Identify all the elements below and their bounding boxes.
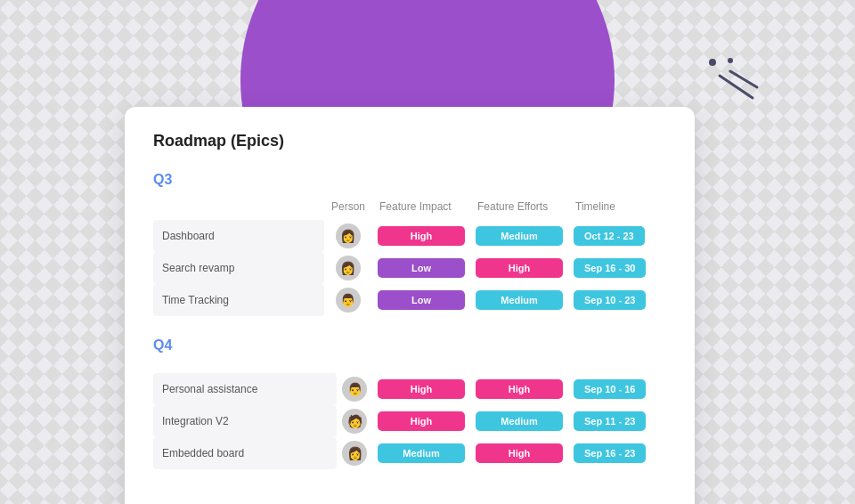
svg-point-0: [709, 59, 716, 66]
q3-table: Person Feature Impact Feature Efforts Ti…: [153, 197, 666, 316]
impact-badge: High: [378, 411, 465, 431]
timeline-badge: Sep 16 - 30: [574, 258, 646, 278]
efforts-cell: Medium: [470, 284, 568, 316]
efforts-cell: Medium: [470, 405, 568, 437]
timeline-badge: Sep 16 - 23: [574, 443, 646, 463]
avatar: 👨: [336, 288, 361, 313]
timeline-cell: Sep 10 - 23: [568, 284, 666, 316]
avatar-cell: 👨: [337, 373, 372, 405]
efforts-badge: Medium: [476, 226, 563, 246]
q4-table: Personal assistance👨HighHighSep 10 - 16I…: [153, 362, 666, 469]
impact-cell: High: [372, 220, 470, 252]
efforts-badge: High: [476, 379, 563, 399]
impact-cell: High: [372, 405, 470, 437]
timeline-badge: Oct 12 - 23: [574, 226, 645, 246]
table-row: Personal assistance👨HighHighSep 10 - 16: [153, 373, 666, 405]
efforts-badge: Medium: [476, 411, 563, 431]
impact-badge: Low: [378, 258, 465, 278]
row-name: Dashboard: [153, 220, 324, 252]
avatar: 👩: [336, 224, 361, 248]
col-person: Person: [324, 197, 372, 220]
impact-cell: Low: [372, 252, 470, 284]
timeline-cell: Sep 16 - 23: [568, 437, 666, 469]
timeline-cell: Sep 16 - 30: [568, 252, 666, 284]
impact-badge: Medium: [378, 443, 465, 463]
col-name-q4: [153, 362, 337, 373]
avatar-cell: 👩: [337, 437, 372, 469]
timeline-badge: Sep 10 - 23: [574, 290, 646, 310]
impact-badge: High: [378, 379, 465, 399]
timeline-badge: Sep 10 - 16: [574, 379, 646, 399]
col-impact: Feature Impact: [372, 197, 470, 220]
col-timeline-q4: [568, 362, 666, 373]
timeline-cell: Oct 12 - 23: [568, 220, 666, 252]
row-name: Integration V2: [153, 405, 337, 437]
timeline-cell: Sep 10 - 16: [568, 373, 666, 405]
q4-label: Q4: [153, 337, 666, 354]
avatar: 👨: [342, 377, 367, 402]
efforts-badge: High: [476, 443, 563, 463]
avatar-cell: 👩: [324, 220, 372, 252]
card-title: Roadmap (Epics): [153, 132, 666, 150]
svg-line-2: [720, 76, 753, 98]
impact-badge: High: [378, 226, 465, 246]
table-row: Dashboard👩HighMediumOct 12 - 23: [153, 220, 666, 252]
impact-badge: Low: [378, 290, 465, 310]
timeline-cell: Sep 11 - 23: [568, 405, 666, 437]
table-row: Embedded board👩MediumHighSep 16 - 23: [153, 437, 666, 469]
avatar-cell: 👨: [324, 284, 372, 316]
q3-label: Q3: [153, 172, 666, 188]
row-name: Embedded board: [153, 437, 337, 469]
impact-cell: Medium: [372, 437, 470, 469]
efforts-badge: Medium: [476, 290, 563, 310]
efforts-badge: High: [476, 258, 563, 278]
col-timeline: Timeline: [568, 197, 666, 220]
impact-cell: High: [372, 373, 470, 405]
col-name: [153, 197, 324, 220]
row-name: Personal assistance: [153, 373, 337, 405]
row-name: Time Tracking: [153, 284, 324, 316]
row-name: Search revamp: [153, 252, 324, 284]
avatar: 🧑: [342, 409, 367, 434]
col-efforts-q4: [470, 362, 568, 373]
impact-cell: Low: [372, 284, 470, 316]
avatar-cell: 🧑: [337, 405, 372, 437]
efforts-cell: High: [470, 373, 568, 405]
table-row: Search revamp👩LowHighSep 16 - 30: [153, 252, 666, 284]
avatar-cell: 👩: [324, 252, 372, 284]
avatar: 👩: [342, 441, 367, 466]
table-row: Integration V2🧑HighMediumSep 11 - 23: [153, 405, 666, 437]
avatar: 👩: [336, 256, 361, 280]
main-card: Roadmap (Epics) Q3 Person Feature Impact…: [125, 107, 695, 504]
table-row: Time Tracking👨LowMediumSep 10 - 23: [153, 284, 666, 316]
svg-point-1: [728, 58, 733, 63]
col-impact-q4: [372, 362, 470, 373]
efforts-cell: High: [470, 252, 568, 284]
efforts-cell: High: [470, 437, 568, 469]
decorative-dots: [704, 53, 766, 110]
efforts-cell: Medium: [470, 220, 568, 252]
col-efforts: Feature Efforts: [470, 197, 568, 220]
timeline-badge: Sep 11 - 23: [574, 411, 646, 431]
col-person-q4: [337, 362, 372, 373]
